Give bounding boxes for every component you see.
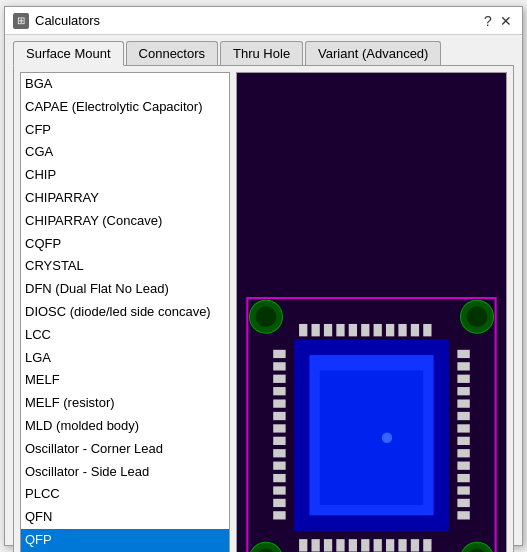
- svg-rect-34: [273, 437, 285, 445]
- svg-rect-33: [273, 424, 285, 432]
- pcb-preview-svg: [237, 73, 506, 552]
- list-item[interactable]: Oscillator - Corner Lead: [21, 438, 229, 461]
- tab-surface-mount[interactable]: Surface Mount: [13, 41, 124, 66]
- list-item[interactable]: CAPAE (Electrolytic Capacitor): [21, 96, 229, 119]
- list-item[interactable]: LGA: [21, 347, 229, 370]
- list-item[interactable]: PLCC: [21, 483, 229, 506]
- svg-rect-52: [457, 486, 469, 494]
- svg-point-58: [467, 306, 488, 327]
- svg-rect-46: [457, 412, 469, 420]
- app-icon: ⊞: [13, 13, 29, 29]
- list-item[interactable]: MELF: [21, 369, 229, 392]
- calculator-window: ⊞ Calculators ? ✕ Surface Mount Connecto…: [4, 6, 523, 546]
- svg-rect-45: [457, 399, 469, 407]
- svg-rect-13: [398, 324, 406, 336]
- list-item[interactable]: CHIPARRAY: [21, 187, 229, 210]
- svg-rect-26: [423, 539, 431, 551]
- svg-rect-31: [273, 399, 285, 407]
- svg-rect-5: [299, 324, 307, 336]
- tab-content: BGACAPAE (Electrolytic Capacitor)CFPCGAC…: [13, 65, 514, 552]
- svg-rect-24: [398, 539, 406, 551]
- svg-rect-18: [324, 539, 332, 551]
- list-item[interactable]: CFP: [21, 119, 229, 142]
- svg-rect-14: [411, 324, 419, 336]
- list-item[interactable]: QFP: [21, 529, 229, 552]
- svg-rect-54: [457, 511, 469, 519]
- svg-rect-35: [273, 449, 285, 457]
- svg-rect-9: [349, 324, 357, 336]
- svg-rect-6: [311, 324, 319, 336]
- close-button[interactable]: ✕: [498, 13, 514, 29]
- svg-rect-12: [386, 324, 394, 336]
- list-item[interactable]: CQFP: [21, 233, 229, 256]
- list-item[interactable]: CHIPARRAY (Concave): [21, 210, 229, 233]
- svg-rect-25: [411, 539, 419, 551]
- svg-rect-37: [273, 474, 285, 482]
- svg-rect-16: [299, 539, 307, 551]
- svg-rect-11: [374, 324, 382, 336]
- svg-rect-19: [336, 539, 344, 551]
- svg-rect-30: [273, 387, 285, 395]
- tab-thru-hole[interactable]: Thru Hole: [220, 41, 303, 65]
- svg-rect-49: [457, 449, 469, 457]
- list-item[interactable]: BGA: [21, 73, 229, 96]
- svg-rect-22: [374, 539, 382, 551]
- tab-variant-advanced[interactable]: Variant (Advanced): [305, 41, 441, 65]
- svg-rect-4: [320, 371, 423, 506]
- svg-rect-7: [324, 324, 332, 336]
- svg-rect-23: [386, 539, 394, 551]
- svg-rect-50: [457, 462, 469, 470]
- svg-rect-10: [361, 324, 369, 336]
- list-item[interactable]: CRYSTAL: [21, 255, 229, 278]
- list-item[interactable]: LCC: [21, 324, 229, 347]
- svg-rect-8: [336, 324, 344, 336]
- title-bar-left: ⊞ Calculators: [13, 13, 100, 29]
- svg-rect-28: [273, 362, 285, 370]
- svg-rect-42: [457, 362, 469, 370]
- list-item[interactable]: MLD (molded body): [21, 415, 229, 438]
- svg-rect-53: [457, 499, 469, 507]
- svg-rect-20: [349, 539, 357, 551]
- svg-rect-38: [273, 486, 285, 494]
- list-item[interactable]: DFN (Dual Flat No Lead): [21, 278, 229, 301]
- svg-rect-51: [457, 474, 469, 482]
- svg-rect-41: [457, 350, 469, 358]
- list-item[interactable]: MELF (resistor): [21, 392, 229, 415]
- list-item[interactable]: Oscillator - Side Lead: [21, 461, 229, 484]
- svg-rect-17: [311, 539, 319, 551]
- svg-rect-48: [457, 437, 469, 445]
- svg-rect-27: [273, 350, 285, 358]
- list-item[interactable]: QFN: [21, 506, 229, 529]
- svg-point-63: [382, 433, 392, 443]
- svg-rect-40: [273, 511, 285, 519]
- svg-rect-47: [457, 424, 469, 432]
- title-controls: ? ✕: [480, 13, 514, 29]
- main-area: BGACAPAE (Electrolytic Capacitor)CFPCGAC…: [20, 72, 507, 552]
- window-title: Calculators: [35, 13, 100, 28]
- tabs-bar: Surface Mount Connectors Thru Hole Varia…: [5, 35, 522, 65]
- svg-rect-39: [273, 499, 285, 507]
- svg-rect-36: [273, 462, 285, 470]
- svg-rect-43: [457, 375, 469, 383]
- svg-rect-21: [361, 539, 369, 551]
- svg-rect-32: [273, 412, 285, 420]
- list-item[interactable]: DIOSC (diode/led side concave): [21, 301, 229, 324]
- tab-connectors[interactable]: Connectors: [126, 41, 218, 65]
- component-list[interactable]: BGACAPAE (Electrolytic Capacitor)CFPCGAC…: [20, 72, 230, 552]
- svg-point-56: [256, 306, 277, 327]
- title-bar: ⊞ Calculators ? ✕: [5, 7, 522, 35]
- svg-rect-15: [423, 324, 431, 336]
- list-item[interactable]: CGA: [21, 141, 229, 164]
- preview-panel: [236, 72, 507, 552]
- help-button[interactable]: ?: [480, 13, 496, 29]
- list-item[interactable]: CHIP: [21, 164, 229, 187]
- svg-rect-29: [273, 375, 285, 383]
- svg-rect-44: [457, 387, 469, 395]
